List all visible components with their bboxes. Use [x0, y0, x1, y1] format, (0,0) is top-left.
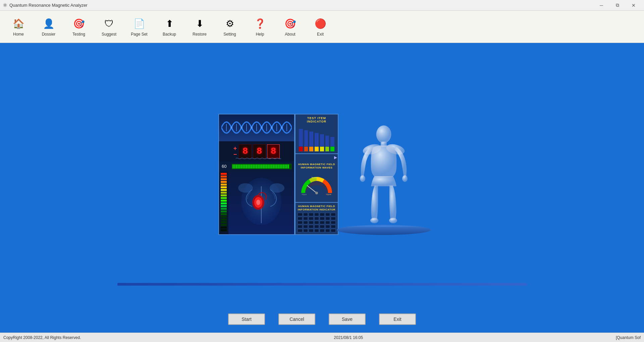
- testing-label: Testing: [72, 32, 85, 37]
- vbar-seg: [221, 221, 227, 223]
- close-button[interactable]: ✕: [626, 0, 641, 10]
- ind-bar-top: [299, 129, 303, 146]
- grid-cell: [303, 217, 308, 220]
- grid-cell: [320, 229, 325, 232]
- center-panel: + − 8 8 8 60: [218, 114, 426, 235]
- ind-bar-col-4: [315, 133, 319, 151]
- grid-cell: [325, 213, 330, 216]
- home-label: Home: [13, 32, 24, 37]
- gauge-area: Hypo Hyper Normal: [298, 171, 336, 200]
- green-seg: [269, 164, 271, 168]
- cancel-button[interactable]: Cancel: [278, 313, 315, 325]
- vbar-seg: [221, 202, 227, 204]
- vbar-seg: [221, 178, 227, 180]
- exit-button[interactable]: Exit: [379, 313, 416, 325]
- body-scan-image: [228, 172, 294, 235]
- ind-bar-col-2: [304, 130, 308, 151]
- toolbar-item-about[interactable]: 🎯 About: [275, 12, 305, 42]
- grid-cell: [325, 221, 330, 224]
- setting-label: Setting: [223, 32, 236, 37]
- ind-bar-bottom: [325, 147, 329, 151]
- toolbar-item-suggest[interactable]: 🛡 Suggest: [94, 12, 124, 42]
- toolbar-item-dossier[interactable]: 👤 Dossier: [34, 12, 64, 42]
- svg-point-15: [251, 127, 253, 129]
- toolbar-item-restore[interactable]: ⬇ Restore: [184, 12, 215, 42]
- toolbar-item-exit[interactable]: 🔴 Exit: [305, 12, 335, 42]
- magnetic-waves-panel: HUMAN MAGNETIC FIELDINFORMATION WAVES: [295, 161, 338, 203]
- grid-cell: [314, 217, 319, 220]
- green-seg: [281, 164, 282, 168]
- vbar-seg: [221, 192, 227, 194]
- svg-point-17: [271, 127, 273, 129]
- vbar-seg: [221, 229, 227, 231]
- toolbar-item-help[interactable]: ❓ Help: [245, 12, 275, 42]
- digital-digits: 8 8 8: [239, 144, 280, 158]
- grid-cell: [303, 221, 308, 224]
- suggest-icon: 🛡: [102, 17, 116, 31]
- green-seg: [232, 164, 234, 168]
- grid-cell: [298, 221, 303, 224]
- toolbar-item-pageset[interactable]: 📄 Page Set: [124, 12, 154, 42]
- title-bar-controls: ─ ⧉ ✕: [594, 0, 641, 10]
- bottom-bar: Start Cancel Save Exit: [0, 306, 644, 333]
- testing-icon: 🎯: [72, 17, 86, 31]
- toolbar-item-home[interactable]: 🏠 Home: [3, 12, 34, 42]
- digital-sign: + −: [233, 145, 237, 157]
- save-button[interactable]: Save: [329, 313, 366, 325]
- green-seg: [266, 164, 267, 168]
- green-seg: [236, 164, 237, 168]
- green-seg: [253, 164, 254, 168]
- grid-cell: [298, 213, 303, 216]
- vbar-seg: [221, 227, 227, 229]
- toolbar-item-testing[interactable]: 🎯 Testing: [64, 12, 94, 42]
- dna-area: [219, 114, 294, 141]
- help-label: Help: [256, 32, 264, 37]
- help-icon: ❓: [253, 17, 267, 31]
- company-text: [Quantum Sof: [616, 335, 641, 340]
- vbar-seg: [221, 181, 227, 183]
- pageset-icon: 📄: [132, 17, 146, 31]
- backup-label: Backup: [163, 32, 176, 37]
- svg-point-37: [370, 218, 378, 223]
- bottom-progress-bar: [117, 283, 527, 286]
- green-seg: [243, 164, 244, 168]
- green-seg: [256, 164, 257, 168]
- grid-cell: [309, 217, 314, 220]
- green-seg: [263, 164, 264, 168]
- ind-bar-col-1: [299, 129, 303, 151]
- vbar-seg: [221, 210, 227, 212]
- gauge-svg: Hypo Hyper Normal: [300, 176, 333, 196]
- test-indicator-panel: TEST ITEM INDICATOR: [295, 114, 338, 154]
- progress-number: 60: [222, 164, 230, 169]
- start-button[interactable]: Start: [228, 313, 265, 325]
- grid-cell: [320, 221, 325, 224]
- toolbar-item-backup[interactable]: ⬆ Backup: [154, 12, 184, 42]
- grid-cell: [331, 213, 336, 216]
- minimize-button[interactable]: ─: [594, 0, 609, 10]
- green-seg: [261, 164, 262, 168]
- green-seg: [246, 164, 247, 168]
- grid-cell: [325, 225, 330, 228]
- exit-icon: 🔴: [314, 17, 327, 31]
- vbar-seg: [221, 197, 227, 199]
- human-figure-area: [342, 114, 426, 235]
- scan-area: [219, 172, 294, 235]
- green-seg: [241, 164, 242, 168]
- grid-cell: [298, 229, 303, 232]
- svg-point-27: [315, 192, 318, 194]
- green-seg: [283, 164, 284, 168]
- restore-button[interactable]: ⧉: [610, 0, 625, 10]
- ind-bar-bottom: [299, 147, 303, 151]
- setting-icon: ⚙: [223, 17, 236, 31]
- toolbar-item-setting[interactable]: ⚙ Setting: [215, 12, 245, 42]
- grid-cell: [314, 229, 319, 232]
- scan-line: [342, 226, 426, 227]
- progress-area: 60: [219, 161, 294, 172]
- pageset-label: Page Set: [131, 32, 147, 37]
- grid-cell: [309, 221, 314, 224]
- test-indicator-title: TEST ITEM INDICATOR: [298, 116, 336, 123]
- home-icon: 🏠: [12, 17, 25, 31]
- ind-bar-top: [320, 134, 324, 146]
- green-seg: [286, 164, 287, 168]
- grid-cell: [309, 213, 314, 216]
